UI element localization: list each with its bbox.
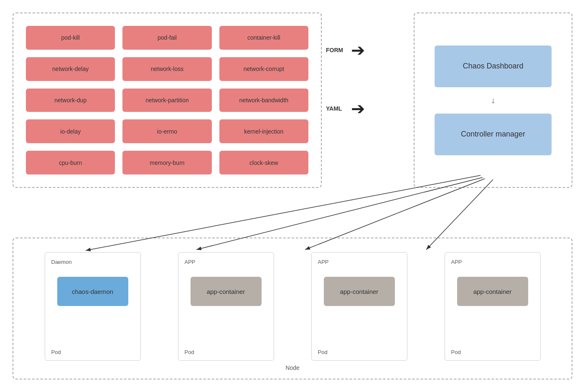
controller-manager-box: Controller manager — [435, 114, 552, 155]
daemon-section-label: Daemon — [51, 259, 72, 265]
chaos-daemon-label: chaos-daemon — [72, 288, 113, 295]
app-section-label-2: APP — [318, 259, 329, 265]
chaos-tag: container-kill — [219, 26, 308, 50]
app-container-box-2: app-container — [324, 277, 395, 306]
app-pod-3: APP app-container Pod — [445, 252, 541, 361]
chaos-tag: io-delay — [26, 119, 115, 143]
controller-box: Chaos Dashboard ↓ Controller manager — [414, 13, 572, 188]
app-container-box-1: app-container — [191, 277, 262, 306]
controller-manager-label: Controller manager — [461, 130, 525, 139]
yaml-arrow-row: YAML ➔ — [326, 100, 410, 117]
chaos-tag: io-errno — [122, 119, 211, 143]
chaos-tag: cpu-burn — [26, 151, 115, 175]
chaos-tag: pod-kill — [26, 26, 115, 50]
chaos-tag: network-corrupt — [219, 57, 308, 81]
chaos-tag: kernel-injection — [219, 119, 308, 143]
chaos-daemon-box: chaos-daemon — [57, 277, 128, 306]
yaml-arrow-icon: ➔ — [351, 100, 365, 117]
form-arrow-row: FORM ➔ — [326, 42, 410, 58]
app-container-label-1: app-container — [207, 288, 245, 295]
app-container-label-3: app-container — [473, 288, 512, 295]
daemon-pod-label: Pod — [51, 349, 61, 355]
app-section-label-3: APP — [451, 259, 462, 265]
app-container-label-2: app-container — [340, 288, 379, 295]
form-arrow-icon: ➔ — [351, 42, 365, 58]
daemon-pod: Daemon chaos-daemon Pod — [45, 252, 141, 361]
app-pod-label-1: Pod — [185, 349, 194, 355]
chaos-tag: network-delay — [26, 57, 115, 81]
app-container-box-3: app-container — [457, 277, 528, 306]
app-pod-label-3: Pod — [451, 349, 461, 355]
form-label: FORM — [326, 47, 347, 53]
chaos-tag: memory-burn — [122, 151, 211, 175]
chaos-tag: pod-fail — [122, 26, 211, 50]
down-arrow: ↓ — [491, 96, 495, 105]
yaml-label: YAML — [326, 105, 347, 112]
app-section-label-1: APP — [185, 259, 196, 265]
main-container: pod-killpod-failcontainer-killnetwork-de… — [8, 8, 577, 384]
chaos-tag: network-bandwidth — [219, 89, 308, 112]
app-pod-2: APP app-container Pod — [311, 252, 407, 361]
form-yaml-section: FORM ➔ YAML ➔ — [326, 42, 410, 117]
chaos-tag: network-loss — [122, 57, 211, 81]
node-label: Node — [285, 364, 299, 371]
app-pod-1: APP app-container Pod — [178, 252, 274, 361]
chaos-tag: network-partition — [122, 89, 211, 112]
node-box: Daemon chaos-daemon Pod APP app-containe… — [13, 238, 572, 379]
app-pod-label-2: Pod — [318, 349, 328, 355]
chaos-tag: network-dup — [26, 89, 115, 112]
chaos-dashboard-box: Chaos Dashboard — [435, 46, 552, 87]
chaos-dashboard-label: Chaos Dashboard — [463, 62, 523, 71]
chaos-tag: clock-skew — [219, 151, 308, 175]
chaos-types-box: pod-killpod-failcontainer-killnetwork-de… — [13, 13, 322, 188]
